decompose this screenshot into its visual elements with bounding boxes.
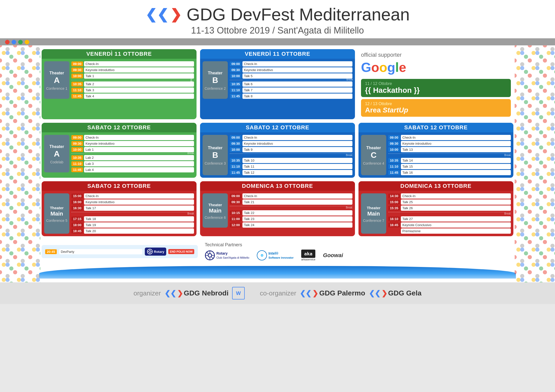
event-row: 14:30 Check-In xyxy=(388,193,511,199)
event-row: 09:30 Keynote introduttivo xyxy=(388,141,511,146)
event-row: 10:35 Talk 2 xyxy=(71,81,194,87)
polka-dots-right xyxy=(515,45,555,282)
rotary-icon xyxy=(147,249,153,255)
right-top-section: official supporter Google 11 / 12 Ottobr… xyxy=(358,49,513,119)
event-row: 09:00 Check-In xyxy=(230,193,352,199)
schedule-block-main-conf7: DOMENICA 13 OTTOBRE Theater Main Confere… xyxy=(358,181,513,236)
theater-label-b3: Theater B Conference 3 xyxy=(203,135,228,175)
event-row: 09:30 Keynote introduttivo xyxy=(71,141,194,146)
theater-label-main7: Theater Main Conference 7 xyxy=(361,193,386,234)
event-row: 10:35 Lab 2 xyxy=(71,155,194,160)
conference-label-3: Conference 3 xyxy=(205,161,226,165)
event-row: 09:00 Check-In xyxy=(71,135,194,140)
block-header-conf1: VENERDÌ 11 OTTOBRE xyxy=(42,49,197,59)
theater-label-a-codelab: Theater A Codelab xyxy=(44,135,69,172)
conference-label-2: Conference 2 xyxy=(205,86,226,91)
event-row: 10:00 Talk 9 xyxy=(230,147,352,152)
event-row: 11:10 Lab 3 xyxy=(71,161,194,166)
footer-arrow-left-1: ❮❮ xyxy=(164,289,176,297)
main-content: VENERDÌ 11 OTTOBRE Theater A Conference … xyxy=(0,45,555,282)
schedule-items-codelab: 09:00 Check-In 09:30 Keynote introduttiv… xyxy=(71,135,194,172)
block-header-conf4: SABATO 12 OTTOBRE xyxy=(358,123,513,132)
event-row: 10:35 Talk 6 xyxy=(230,81,352,87)
event-row: 16:45 Keynote Conclusivo xyxy=(388,222,511,228)
devparty-time: 20:45 xyxy=(45,249,57,254)
schedule-block-theater-b-conf3: SABATO 12 OTTOBRE Theater B Conference 3… xyxy=(200,123,355,178)
break-divider: Break xyxy=(71,212,194,215)
break-divider: Break xyxy=(388,154,511,157)
event-row: 11:45 Talk 12 xyxy=(230,170,352,175)
event-row: 16:30 Talk 17 xyxy=(71,205,194,211)
event-row: 09:00 Check-In xyxy=(230,135,352,140)
organizer-label: organizer xyxy=(133,289,161,297)
startup-title: Area StartUp xyxy=(365,106,507,114)
footer-arrow-right-1: ❯ xyxy=(177,289,183,297)
rotary-logo: Rotary xyxy=(145,248,166,256)
theater-label-main6: Theater Main Conference 6 xyxy=(203,193,228,228)
startup-date: 12 / 13 Ottobre xyxy=(365,102,507,106)
event-row: 10:00 Talk 13 xyxy=(388,147,511,152)
header: ❮❮ ❯ GDG DevFest Mediterranean 11-13 Ott… xyxy=(0,0,555,38)
break-divider: Break xyxy=(230,154,352,157)
event-row: 10:00 Lab 1 xyxy=(71,147,194,152)
schedule-block-theater-a-conf1: VENERDÌ 11 OTTOBRE Theater A Conference … xyxy=(42,49,197,119)
schedule-items-conf7: 14:30 Check-In 15:00 Talk 25 15:35 Talk … xyxy=(388,193,511,234)
event-row: 16:00 Keynote introduttivo xyxy=(71,199,194,205)
footer-organizer: organizer ❮❮ ❯ GDG Nebrodi W xyxy=(133,287,245,299)
schedule-block-theater-b-conf2: VENERDÌ 11 OTTOBRE Theater B Conference … xyxy=(200,49,355,119)
footer-arrow-right-2: ❯ xyxy=(312,289,318,297)
intel-logo-circle: 🌐 xyxy=(257,250,267,260)
partner-intel: 🌐 Intel®Software innovator xyxy=(257,250,294,260)
partner-rotary: RotaryClub Sant'Agata di Militello xyxy=(205,250,249,260)
conference-label-1: Conference 1 xyxy=(46,86,67,91)
polka-dots-left xyxy=(0,45,40,282)
schedule-block-theater-c-conf4: SABATO 12 OTTOBRE Theater C Conference 4… xyxy=(358,123,513,178)
event-row: 11:45 Lab 4 xyxy=(71,167,194,172)
block-header-codelab: SABATO 12 OTTOBRE xyxy=(42,123,197,132)
partner-arkaservice: aka arkaservice xyxy=(301,250,316,261)
event-row: 11:10 Talk 11 xyxy=(230,164,352,169)
event-row: 15:00 Talk 25 xyxy=(388,199,511,205)
event-row: 11:45 Talk 4 xyxy=(71,94,194,99)
break-divider: Break xyxy=(230,206,352,209)
schedule-items-conf6: 09:00 Check-In 09:30 Talk 21 Break 10:15 xyxy=(230,193,352,228)
event-row: 11:45 Talk 8 xyxy=(230,94,352,99)
schedule-block-theater-a-codelab: SABATO 12 OTTOBRE Theater A Codelab 09:0… xyxy=(42,123,197,178)
schedule-items-conf5: 15:00 Check-In 16:00 Keynote introduttiv… xyxy=(71,193,194,234)
footer: organizer ❮❮ ❯ GDG Nebrodi W co-organize… xyxy=(0,282,555,304)
theater-label-b2: Theater B Conference 2 xyxy=(203,61,228,99)
rotary-partner-icon xyxy=(205,250,215,260)
event-row: 10:15 Talk 22 xyxy=(230,210,352,216)
event-row: 09:30 Keynote introduttivo xyxy=(230,67,352,73)
event-row: 10:35 Talk 10 xyxy=(230,158,352,163)
header-title: ❮❮ ❯ GDG DevFest Mediterranean xyxy=(3,5,552,24)
footer-arrow-right-3: ❯ xyxy=(381,289,387,297)
event-row: 16:10 Talk 27 xyxy=(388,216,511,222)
break-divider: Break xyxy=(230,80,352,80)
conference-label-codelab: Codelab xyxy=(50,160,63,164)
event-row: Premiazione xyxy=(388,228,511,234)
footer-coorganizer: co-organizer ❮❮ ❯ GDG Palermo ❮❮ ❯ GDG G… xyxy=(260,289,422,297)
wave-decoration xyxy=(39,266,516,279)
event-row: 11:10 Talk 15 xyxy=(388,164,511,169)
theater-label-main5: Theater Main Conference 5 xyxy=(44,193,69,234)
schedule-items-conf2: 09:00 Check-In 09:30 Keynote introduttiv… xyxy=(230,61,352,99)
event-row: 11:45 Talk 16 xyxy=(388,170,511,175)
official-supporter-label: official supporter xyxy=(361,52,511,58)
event-row: 09:30 Keynote introduttivo xyxy=(71,67,194,73)
event-row: 09:30 Keynote introduttivo xyxy=(230,141,352,146)
block-header-conf5: SABATO 12 OTTOBRE xyxy=(42,181,197,191)
conference-label-4: Conference 4 xyxy=(363,161,384,165)
coorganizer2-name: GDG Gela xyxy=(388,289,422,297)
event-title: GDG DevFest Mediterranean xyxy=(187,5,410,24)
event-row: 09:30 Talk 21 xyxy=(230,199,352,205)
event-row: 10:35 Talk 14 xyxy=(388,158,511,163)
block-header-conf3: SABATO 12 OTTOBRE xyxy=(200,123,355,132)
header-subtitle: 11-13 Ottobre 2019 / Sant'Agata di Milit… xyxy=(3,25,552,36)
organizer-name: GDG Nebrodi xyxy=(184,289,229,297)
svg-point-7 xyxy=(208,254,212,257)
theater-label-c4: Theater C Conference 4 xyxy=(361,135,386,175)
event-row: 17:15 Talk 18 xyxy=(71,216,194,222)
block-header-conf7: DOMENICA 13 OTTOBRE xyxy=(358,181,513,191)
google-logo: Google xyxy=(361,60,406,75)
